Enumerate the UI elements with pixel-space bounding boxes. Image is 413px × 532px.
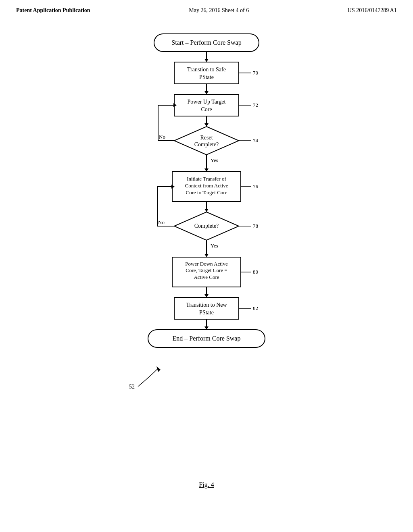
svg-marker-65	[204, 326, 209, 330]
svg-text:Initiate Transfer of: Initiate Transfer of	[187, 176, 226, 182]
svg-rect-4	[174, 62, 239, 84]
svg-text:Reset: Reset	[200, 135, 213, 141]
svg-marker-10	[204, 91, 209, 94]
header-date-sheet: May 26, 2016 Sheet 4 of 6	[189, 7, 249, 14]
svg-marker-17	[204, 123, 209, 127]
svg-text:No: No	[158, 219, 165, 225]
svg-text:52: 52	[129, 384, 135, 390]
svg-text:Complete?: Complete?	[194, 223, 219, 229]
svg-text:Core, Target Core =: Core, Target Core =	[186, 267, 227, 273]
svg-text:70: 70	[253, 70, 258, 76]
svg-text:Active Core: Active Core	[194, 274, 219, 280]
svg-text:Power Down Active: Power Down Active	[185, 261, 228, 267]
svg-marker-38	[204, 209, 209, 212]
svg-text:End – Perform Core Swap: End – Perform Core Swap	[173, 335, 241, 342]
svg-text:78: 78	[253, 223, 258, 229]
svg-text:Power Up Target: Power Up Target	[188, 99, 226, 105]
svg-text:Transition to New: Transition to New	[186, 302, 227, 308]
svg-text:Complete?: Complete?	[194, 141, 219, 148]
fig-label: Fig. 4	[199, 481, 214, 488]
page-header: Patent Application Publication May 26, 2…	[0, 0, 413, 18]
svg-marker-18	[174, 127, 239, 155]
flowchart-svg: Start – Perform Core Swap Transtion to S…	[106, 30, 307, 465]
svg-text:Context from Active: Context from Active	[185, 183, 228, 189]
diagram-area: Start – Perform Core Swap Transtion to S…	[0, 18, 413, 465]
svg-text:Core to Target Core: Core to Target Core	[186, 189, 227, 195]
svg-text:76: 76	[253, 183, 259, 189]
svg-text:PState: PState	[199, 310, 214, 316]
svg-text:Yes: Yes	[211, 157, 218, 163]
svg-marker-30	[204, 168, 209, 172]
svg-text:Start – Perform Core Swap: Start – Perform Core Swap	[171, 39, 241, 46]
svg-marker-3	[204, 59, 209, 62]
svg-text:Core: Core	[201, 106, 212, 112]
svg-text:80: 80	[253, 269, 258, 275]
svg-text:Transtion to Safe: Transtion to Safe	[187, 66, 226, 73]
svg-text:PState: PState	[199, 74, 214, 80]
svg-marker-50	[204, 254, 209, 257]
header-publisher: Patent Application Publication	[16, 7, 90, 14]
figure-caption: Fig. 4	[0, 481, 413, 488]
svg-text:72: 72	[253, 102, 258, 108]
svg-text:82: 82	[253, 305, 258, 311]
svg-marker-58	[204, 294, 209, 297]
svg-rect-11	[174, 94, 239, 116]
svg-text:No: No	[159, 134, 165, 140]
svg-text:74: 74	[253, 137, 259, 143]
svg-rect-59	[174, 297, 239, 319]
header-patent-num: US 2016/0147289 A1	[348, 7, 397, 14]
svg-text:Yes: Yes	[211, 243, 218, 249]
